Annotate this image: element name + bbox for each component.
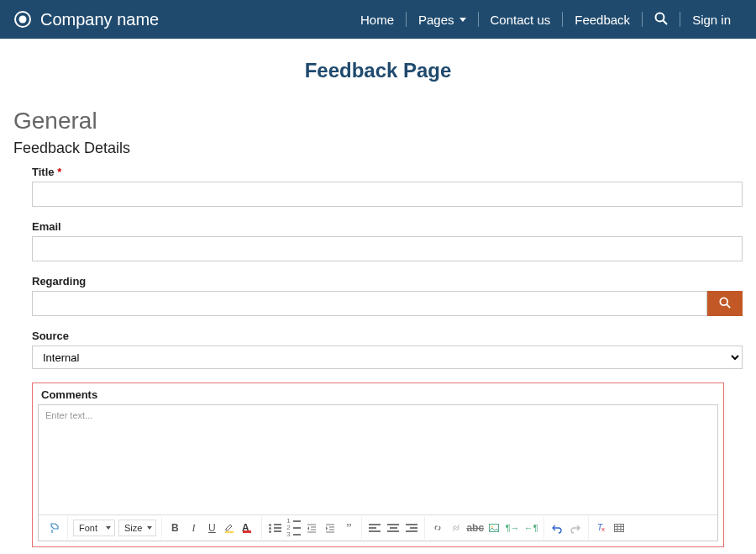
underline-button[interactable]: U [203,519,220,537]
numbered-list-button[interactable]: 123 [285,519,302,537]
nav-feedback[interactable]: Feedback [563,0,642,39]
label-title: Title * [32,166,743,178]
chevron-down-icon [459,18,466,22]
select-source[interactable]: Internal [32,346,743,369]
highlight-color-button[interactable] [222,519,239,537]
chevron-down-icon [106,526,111,530]
nav-search[interactable] [643,0,680,39]
svg-point-1 [19,16,27,24]
svg-line-5 [727,304,730,308]
nav-home[interactable]: Home [349,0,406,39]
align-right-button[interactable] [403,519,420,537]
nav-right: Home Pages Contact us Feedback Sign in [349,0,743,39]
label-regarding: Regarding [32,275,743,288]
nav-home-label: Home [360,13,394,27]
label-source: Source [32,330,743,342]
redo-button[interactable] [567,519,584,537]
brand-label: Company name [40,10,159,29]
nav-pages[interactable]: Pages [407,0,478,39]
strikethrough-button[interactable]: abc [466,519,484,537]
clear-formatting-button[interactable]: Tx [593,519,610,537]
search-icon [719,297,731,311]
size-selector[interactable]: Size [118,520,156,536]
form-container: General Feedback Details Title * Email R… [0,108,756,554]
svg-point-4 [720,298,727,305]
nav-feedback-label: Feedback [575,13,630,27]
group-regarding: Regarding [32,275,743,316]
nav-pages-label: Pages [418,13,454,27]
section-general: General [13,108,743,135]
comments-highlight-box: Comments Enter text... Font Size B I U [32,383,724,547]
svg-rect-18 [490,525,499,532]
input-title[interactable] [32,182,743,207]
svg-text:x: x [601,525,605,533]
indent-button[interactable] [322,519,339,537]
nav-signin-label: Sign in [692,13,731,27]
bullet-list-button[interactable] [266,519,283,537]
label-email: Email [32,220,743,233]
unlink-button[interactable] [448,519,465,537]
align-center-button[interactable] [385,519,402,537]
label-title-text: Title [32,166,55,178]
navbar: Company name Home Pages Contact us Feedb… [0,0,756,39]
group-source: Source Internal [32,330,743,369]
format-painter-icon[interactable] [46,519,63,537]
svg-point-2 [656,13,664,21]
group-title: Title * [32,166,743,207]
rich-text-editor: Enter text... Font Size B I U [38,404,718,541]
font-selector-label: Font [79,523,97,533]
group-email: Email [32,220,743,261]
nav-contact-label: Contact us [491,13,551,27]
nav-signin[interactable]: Sign in [680,0,743,39]
font-color-button[interactable]: A [240,519,257,537]
svg-line-3 [664,20,668,24]
align-left-button[interactable] [366,519,383,537]
svg-rect-8 [243,530,251,533]
blockquote-button[interactable]: ” [340,519,357,537]
undo-button[interactable] [549,519,565,537]
label-comments: Comments [41,388,718,401]
bold-button[interactable]: B [166,519,183,537]
text-direction-rtl-button[interactable]: ←¶ [522,519,539,537]
image-button[interactable] [486,519,502,537]
editor-toolbar: Font Size B I U A [39,514,717,541]
table-button[interactable] [612,519,628,537]
lookup-button[interactable] [707,291,743,316]
svg-rect-7 [225,531,234,533]
link-button[interactable] [429,519,446,537]
italic-button[interactable]: I [185,519,202,537]
search-icon [654,12,668,28]
section-details: Feedback Details [13,140,743,157]
text-direction-ltr-button[interactable]: ¶→ [504,519,521,537]
font-selector[interactable]: Font [73,520,115,536]
outdent-button[interactable] [303,519,320,537]
editor-content[interactable]: Enter text... [39,405,717,514]
size-selector-label: Size [124,523,142,533]
page-title: Feedback Page [0,59,756,82]
nav-contact[interactable]: Contact us [479,0,563,39]
input-email[interactable] [32,236,743,261]
svg-point-19 [491,526,493,528]
target-icon [13,10,32,29]
chevron-down-icon [147,526,152,530]
input-regarding[interactable] [32,291,707,316]
svg-rect-22 [615,525,624,532]
required-mark: * [57,166,61,178]
brand[interactable]: Company name [13,10,159,29]
